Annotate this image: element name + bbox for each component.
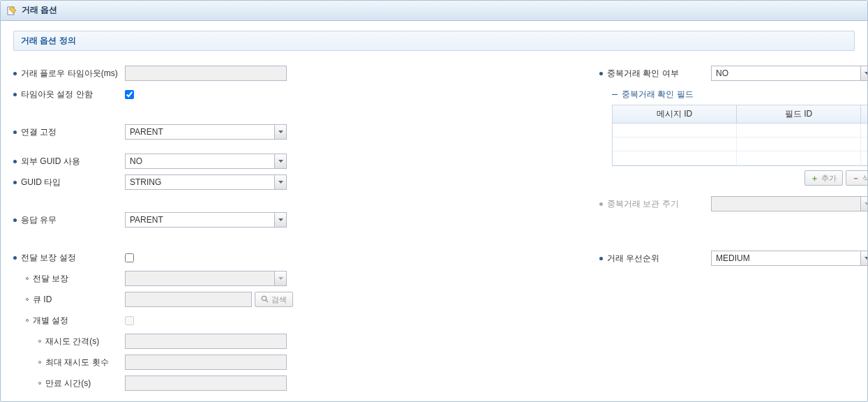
label-text: 전달 보장 [33, 273, 68, 285]
conn-fix-select[interactable]: PARENT [125, 124, 287, 140]
panel-body: 거래 옵션 정의 거래 플로우 타임아웃(ms) 타임아웃 설정 안함 [1, 21, 867, 402]
label-text: 큐 ID [33, 294, 52, 306]
label-text: 재시도 간격(s) [45, 336, 99, 348]
label-delivery: 전달 보장 [13, 273, 125, 285]
label-delivery-set: 전달 보장 설정 [13, 252, 125, 264]
bullet-icon [26, 298, 29, 301]
cell [861, 151, 868, 165]
select-value: NO [125, 154, 287, 169]
col-header-msg-id[interactable]: 메시지 ID [613, 105, 737, 123]
col-header-action [861, 105, 868, 123]
retry-interval-input [125, 334, 287, 349]
bullet-icon [13, 131, 17, 134]
dup-field-grid-wrap: 메시지 ID 필드 ID [612, 105, 868, 166]
queue-id-input [125, 292, 252, 307]
grid-button-bar: ＋ 추가 － 삭제 [612, 170, 868, 186]
search-icon [261, 295, 269, 304]
select-value [711, 196, 868, 211]
chevron-down-icon [860, 66, 868, 80]
legend-text: 중복거래 확인 필드 [622, 89, 694, 100]
chevron-down-icon [274, 154, 286, 168]
chevron-down-icon [274, 125, 286, 139]
button-label: 추가 [821, 173, 837, 184]
label-ext-guid: 외부 GUID 사용 [13, 156, 125, 168]
label-text: 전달 보장 설정 [21, 252, 76, 264]
chevron-down-icon [274, 271, 286, 285]
label-text: GUID 타입 [21, 177, 61, 188]
dup-keep-select [711, 196, 868, 211]
select-value: MEDIUM [711, 251, 868, 266]
delivery-set-checkbox[interactable] [125, 253, 134, 262]
table-row [613, 124, 868, 137]
search-button: 검색 [255, 292, 293, 307]
chevron-down-icon [274, 175, 286, 189]
label-resp: 응답 유무 [13, 214, 125, 226]
select-value [125, 271, 287, 286]
select-value: NO [711, 66, 868, 81]
section-title: 거래 옵션 정의 [13, 31, 855, 51]
label-no-timeout: 타임아웃 설정 안함 [13, 89, 125, 100]
ext-guid-select[interactable]: NO [125, 154, 287, 169]
label-guid-type: GUID 타입 [13, 177, 125, 188]
table-row [613, 137, 868, 151]
label-text: 거래 우선순위 [607, 253, 659, 265]
label-queue-id: 큐 ID [13, 294, 125, 306]
flow-timeout-input [125, 66, 287, 81]
label-indiv-set: 개별 설정 [13, 315, 125, 327]
button-label: 검색 [271, 295, 287, 305]
cell [737, 124, 861, 137]
add-button: ＋ 추가 [805, 170, 843, 186]
no-timeout-checkbox[interactable] [125, 90, 134, 99]
panel-trade-options: 거래 옵션 거래 옵션 정의 거래 플로우 타임아웃(ms) 타임아웃 설정 안… [0, 0, 868, 402]
label-dup-keep: 중복거래 보관 주기 [599, 198, 711, 210]
cell [613, 151, 737, 165]
bullet-icon [13, 218, 17, 222]
table-row [613, 151, 868, 165]
edit-icon [6, 5, 17, 16]
label-text: 연결 고정 [21, 126, 57, 138]
bullet-icon [13, 160, 17, 163]
left-column: 거래 플로우 타임아웃(ms) 타임아웃 설정 안함 연결 고정 [13, 64, 320, 394]
cell [861, 124, 868, 137]
label-text: 최대 재시도 횟수 [45, 357, 109, 368]
minus-icon: － [852, 173, 860, 184]
bullet-icon [38, 382, 41, 385]
label-text: 중복거래 확인 여부 [607, 68, 679, 80]
select-value: PARENT [125, 212, 287, 228]
select-value: PARENT [125, 124, 287, 140]
cell [613, 124, 737, 137]
bullet-icon [38, 361, 41, 364]
panel-header: 거래 옵션 [1, 1, 867, 21]
bullet-icon [13, 93, 17, 96]
bullet-icon [13, 72, 17, 75]
button-label: 삭제 [862, 173, 868, 184]
cell [737, 137, 861, 151]
max-retry-input [125, 355, 287, 370]
col-header-field-id[interactable]: 필드 ID [737, 105, 861, 123]
select-value: STRING [125, 174, 287, 190]
label-text: 타임아웃 설정 안함 [21, 89, 93, 100]
label-text: 개별 설정 [33, 315, 68, 327]
delete-button: － 삭제 [846, 170, 868, 186]
chevron-down-icon [860, 197, 868, 211]
plus-icon: ＋ [811, 173, 818, 184]
resp-select[interactable]: PARENT [125, 212, 287, 228]
label-text: 만료 시간(s) [45, 378, 91, 389]
label-max-retry: 최대 재시도 횟수 [13, 357, 125, 368]
bullet-icon [599, 257, 603, 260]
guid-type-select[interactable]: STRING [125, 174, 287, 190]
priority-select[interactable]: MEDIUM [711, 251, 868, 266]
dup-field-grid: 메시지 ID 필드 ID [612, 105, 868, 166]
bullet-icon [599, 72, 603, 75]
label-text: 거래 플로우 타임아웃(ms) [21, 68, 118, 80]
indiv-set-checkbox [125, 316, 134, 325]
dup-check-select[interactable]: NO [711, 66, 868, 81]
bullet-icon [38, 340, 41, 343]
cell [861, 137, 868, 151]
cell [737, 151, 861, 165]
bullet-icon [13, 181, 17, 184]
bullet-icon [26, 277, 29, 280]
bullet-icon [599, 202, 603, 206]
svg-point-1 [262, 296, 266, 300]
cell [613, 137, 737, 151]
